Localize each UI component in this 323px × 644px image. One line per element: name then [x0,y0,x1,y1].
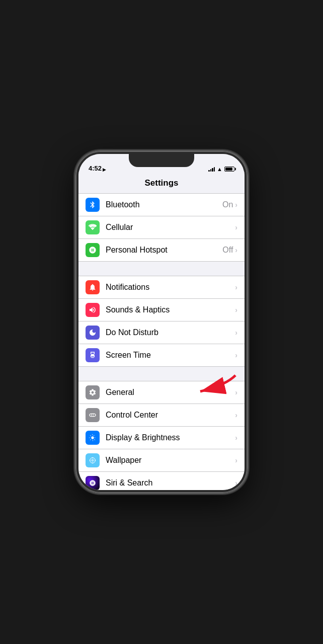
hotspot-label: Personal Hotspot [106,246,222,255]
bluetooth-value: On [222,200,233,209]
wifi-icon: ▲ [217,166,222,172]
sounds-icon [86,303,100,317]
wallpaper-label: Wallpaper [106,456,235,465]
status-time: 4:52 [89,165,102,172]
screentime-icon [86,348,100,362]
battery-status-icon [224,167,234,172]
general-icon [86,385,100,399]
svg-point-2 [92,457,93,458]
displaybrightness-label: Display & Brightness [106,433,235,442]
donotdisturb-label: Do Not Disturb [106,328,235,337]
controlcenter-row[interactable]: Control Center › [78,404,245,427]
displaybrightness-icon [86,431,100,445]
hotspot-icon [86,243,100,257]
wallpaper-row[interactable]: Wallpaper › [78,449,245,472]
general-chevron: › [235,388,237,396]
screentime-label: Screen Time [106,351,235,360]
bluetooth-icon [86,198,100,212]
settings-content[interactable]: Settings Bluetooth On › [78,174,245,490]
notifications-row[interactable]: Notifications › [78,276,245,299]
spacer-2 [78,367,245,381]
bluetooth-label: Bluetooth [106,200,222,209]
spacer-1 [78,262,245,276]
bluetooth-row[interactable]: Bluetooth On › [78,194,245,216]
displaybrightness-chevron: › [235,434,237,442]
wallpaper-icon [86,453,100,467]
signal-icon [208,167,215,172]
cellular-label: Cellular [106,223,233,232]
status-icons: ▲ [208,166,234,172]
notifications-label: Notifications [106,283,235,292]
siri-row[interactable]: Siri & Search › [78,472,245,490]
donotdisturb-row[interactable]: Do Not Disturb › [78,321,245,344]
general-label: General [106,388,235,397]
sounds-chevron: › [235,306,237,314]
phone-frame: 4:52 ▶ ▲ Settings [75,151,248,493]
screen: 4:52 ▶ ▲ Settings [78,154,245,490]
screentime-row[interactable]: Screen Time › [78,344,245,366]
cellular-chevron: › [235,223,237,231]
donotdisturb-chevron: › [235,329,237,337]
general-row[interactable]: General › [78,381,245,404]
siri-chevron: › [235,479,237,487]
notifications-group: Notifications › Sounds & Haptics › [78,276,245,367]
screentime-chevron: › [235,351,237,359]
system-group: General › Control Center › [78,381,245,490]
notifications-icon [86,280,100,294]
cellular-icon [86,220,100,234]
sounds-label: Sounds & Haptics [106,305,235,314]
siri-label: Siri & Search [106,478,235,488]
wallpaper-chevron: › [235,456,237,464]
controlcenter-icon [86,408,100,422]
controlcenter-chevron: › [235,411,237,419]
notch [129,154,194,167]
svg-point-5 [95,460,96,461]
page-title: Settings [78,174,245,193]
siri-icon [86,476,100,490]
bluetooth-chevron: › [235,201,237,209]
hotspot-chevron: › [235,246,237,254]
controlcenter-label: Control Center [106,411,235,420]
svg-point-3 [92,462,93,463]
sounds-row[interactable]: Sounds & Haptics › [78,299,245,321]
donotdisturb-icon [86,326,100,340]
svg-point-0 [91,459,94,461]
cellular-row[interactable]: Cellular › [78,216,245,239]
hotspot-row[interactable]: Personal Hotspot Off › [78,239,245,261]
notifications-chevron: › [235,283,237,291]
hotspot-value: Off [222,246,233,255]
connectivity-group: Bluetooth On › Cellular › [78,193,245,262]
svg-point-4 [90,460,91,461]
displaybrightness-row[interactable]: Display & Brightness › [78,427,245,449]
location-icon: ▶ [103,167,106,172]
